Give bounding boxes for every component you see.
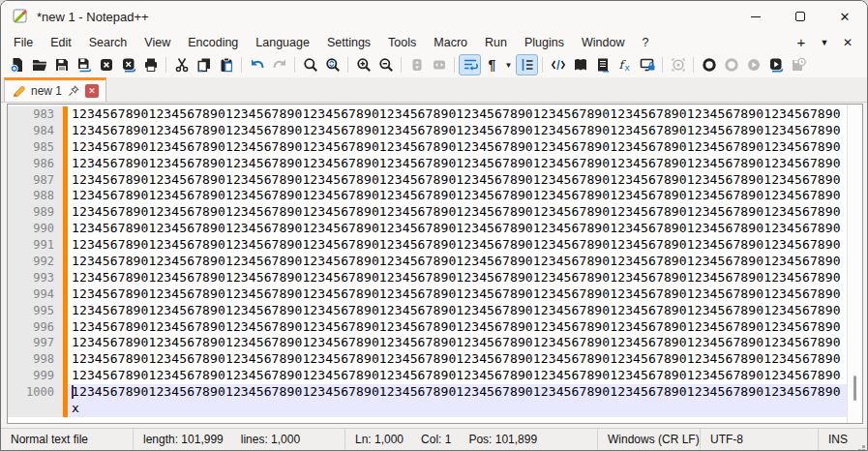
menu-settings[interactable]: Settings: [318, 34, 379, 51]
menu-encoding[interactable]: Encoding: [179, 34, 247, 51]
new-tab-button[interactable]: +: [792, 34, 811, 50]
line-number[interactable]: 985: [8, 139, 63, 156]
indent-guide-icon[interactable]: [516, 54, 538, 75]
line-number[interactable]: 983: [8, 106, 63, 123]
line-number[interactable]: 1000: [8, 384, 63, 401]
line-number[interactable]: 991: [8, 237, 63, 254]
macro-stop-icon[interactable]: [720, 54, 742, 75]
new-file-icon[interactable]: [6, 54, 28, 75]
sync-horizontal-scroll-icon[interactable]: [428, 54, 450, 75]
macro-save-icon[interactable]: [787, 54, 809, 75]
print-icon[interactable]: [139, 54, 162, 75]
line-number[interactable]: 988: [8, 188, 63, 204]
tab-list-dropdown-icon[interactable]: ▼: [815, 38, 834, 47]
line-text[interactable]: 1234567890123456789012345678901234567890…: [72, 335, 847, 351]
line-number[interactable]: [8, 401, 63, 417]
scrollbar-thumb[interactable]: [853, 376, 856, 401]
line-number[interactable]: 996: [8, 319, 63, 336]
line-number[interactable]: 984: [8, 123, 63, 139]
line-text[interactable]: 1234567890123456789012345678901234567890…: [72, 254, 847, 270]
line-number[interactable]: 989: [8, 204, 63, 221]
line-text[interactable]: 1234567890123456789012345678901234567890…: [72, 286, 847, 303]
document-list-icon[interactable]: [591, 54, 614, 75]
save-all-icon[interactable]: [73, 54, 95, 75]
menu-tools[interactable]: Tools: [379, 34, 425, 51]
find-icon[interactable]: [299, 54, 321, 75]
sync-vertical-scroll-icon[interactable]: [405, 54, 428, 75]
line-number[interactable]: 993: [8, 270, 63, 286]
line-text[interactable]: 1234567890123456789012345678901234567890…: [72, 303, 847, 319]
macro-record-icon[interactable]: [698, 54, 720, 75]
folder-as-workspace-icon[interactable]: [636, 54, 658, 75]
text-editor[interactable]: 9831234567890123456789012345678901234567…: [7, 104, 863, 424]
monitoring-icon[interactable]: [667, 54, 689, 75]
line-number[interactable]: 986: [8, 156, 63, 172]
line-text[interactable]: 1234567890123456789012345678901234567890…: [72, 139, 847, 156]
redo-icon[interactable]: [268, 54, 290, 75]
macro-play-icon[interactable]: [742, 54, 764, 75]
menu-language[interactable]: Language: [247, 34, 318, 51]
zoom-in-icon[interactable]: [352, 54, 374, 75]
close-tab-icon[interactable]: ✕: [85, 84, 99, 98]
status-typing-mode[interactable]: INS: [819, 429, 867, 450]
close-button[interactable]: ✕: [823, 1, 867, 32]
line-text[interactable]: 1234567890123456789012345678901234567890…: [72, 368, 847, 384]
replace-icon[interactable]: [321, 54, 344, 75]
copy-icon[interactable]: [193, 54, 215, 75]
line-number[interactable]: 997: [8, 335, 63, 351]
zoom-out-icon[interactable]: [374, 54, 397, 75]
line-text[interactable]: 1234567890123456789012345678901234567890…: [72, 204, 847, 221]
word-wrap-icon[interactable]: [459, 54, 481, 75]
line-number[interactable]: 995: [8, 303, 63, 319]
line-number[interactable]: 998: [8, 351, 63, 368]
menu-run[interactable]: Run: [476, 34, 516, 51]
show-all-characters-dropdown-icon[interactable]: ▼: [503, 54, 516, 75]
line-text[interactable]: 1234567890123456789012345678901234567890…: [72, 270, 847, 286]
document-map-icon[interactable]: [569, 54, 591, 75]
open-file-icon[interactable]: [28, 54, 50, 75]
line-text[interactable]: x: [72, 401, 847, 417]
macro-run-multiple-icon[interactable]: [764, 54, 787, 75]
function-list-icon[interactable]: fx: [614, 54, 636, 75]
minimize-button[interactable]: [733, 1, 778, 32]
save-icon[interactable]: [50, 54, 73, 75]
line-text[interactable]: 1234567890123456789012345678901234567890…: [72, 384, 847, 401]
menu-view[interactable]: View: [135, 34, 179, 51]
line-text[interactable]: 1234567890123456789012345678901234567890…: [72, 351, 847, 368]
menu-file[interactable]: File: [5, 34, 42, 51]
line-number[interactable]: 994: [8, 286, 63, 303]
tab-new-1[interactable]: new 1 ✕: [4, 77, 106, 102]
resize-grip[interactable]: [862, 445, 865, 448]
line-text[interactable]: 1234567890123456789012345678901234567890…: [72, 221, 847, 237]
menu-edit[interactable]: Edit: [42, 34, 80, 51]
line-number[interactable]: 990: [8, 221, 63, 237]
line-text[interactable]: 1234567890123456789012345678901234567890…: [72, 123, 847, 139]
line-number[interactable]: 992: [8, 254, 63, 270]
status-ln: Ln: 1,000: [355, 433, 404, 446]
line-number[interactable]: 999: [8, 368, 63, 384]
pin-tab-icon[interactable]: [67, 84, 80, 98]
line-text[interactable]: 1234567890123456789012345678901234567890…: [72, 106, 847, 123]
menu-window[interactable]: Window: [573, 34, 633, 51]
paste-icon[interactable]: [215, 54, 237, 75]
line-text[interactable]: 1234567890123456789012345678901234567890…: [72, 319, 847, 336]
show-all-characters-icon[interactable]: ¶: [481, 54, 503, 75]
maximize-button[interactable]: [778, 1, 823, 32]
close-all-icon[interactable]: [117, 54, 139, 75]
close-tab-button[interactable]: ✕: [838, 36, 857, 49]
line-number[interactable]: 987: [8, 172, 63, 189]
view-source-icon[interactable]: [547, 54, 569, 75]
undo-icon[interactable]: [246, 54, 268, 75]
line-text[interactable]: 1234567890123456789012345678901234567890…: [72, 172, 847, 189]
line-text[interactable]: 1234567890123456789012345678901234567890…: [72, 237, 847, 254]
tab-bar: new 1 ✕: [1, 77, 867, 103]
menu-plugins[interactable]: Plugins: [516, 34, 573, 51]
vertical-scrollbar[interactable]: [847, 105, 862, 423]
line-text[interactable]: 1234567890123456789012345678901234567890…: [72, 156, 847, 172]
menu-macro[interactable]: Macro: [425, 34, 476, 51]
line-text[interactable]: 1234567890123456789012345678901234567890…: [72, 188, 847, 204]
cut-icon[interactable]: [170, 54, 193, 75]
close-icon[interactable]: [95, 54, 117, 75]
menu-help[interactable]: ?: [633, 34, 657, 51]
menu-search[interactable]: Search: [80, 34, 136, 51]
